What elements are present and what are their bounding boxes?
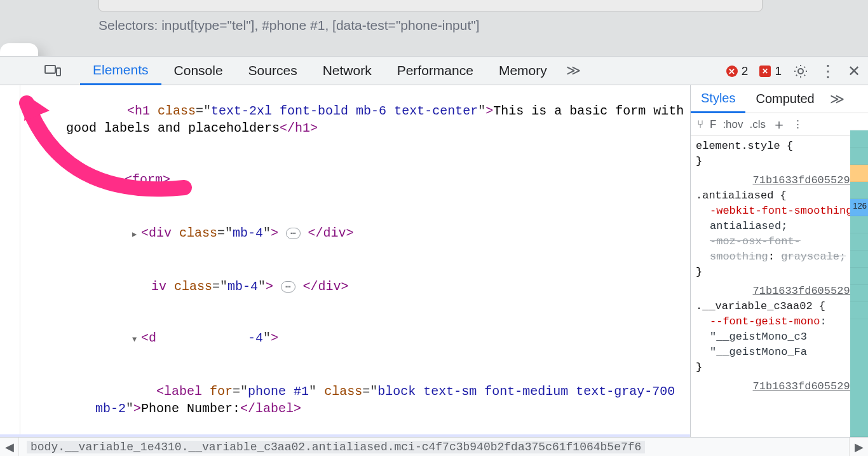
dom-node-form[interactable]: <form> [0, 154, 690, 207]
filter-input[interactable]: F [710, 118, 716, 131]
error-number: 2 [742, 64, 749, 78]
dom-node-div-collapsed-2[interactable]: iv class="mb-4"> ⋯ </div> [0, 261, 690, 312]
dom-node-h1[interactable]: <h1 class="text-2xl font-bold mb-6 text-… [0, 85, 690, 154]
dom-node-label[interactable]: <label for="phone #1" class="block text-… [0, 366, 690, 434]
more-tabs-icon[interactable]: ≫ [830, 91, 844, 107]
label-text: Phone Number: [141, 401, 240, 416]
tab-memory[interactable]: Memory [486, 56, 560, 85]
devtools-panel-tabs: Elements Console Sources Network Perform… [80, 56, 587, 85]
close-devtools-icon[interactable]: ✕ [848, 62, 860, 80]
dom-breadcrumb-bar: ◀ body.__variable_1e4310.__variable_c3aa… [0, 437, 868, 456]
more-icon[interactable]: ⋮ [792, 118, 803, 131]
selectors-hint-text: Selectors: input[type="tel"], #phone #1,… [98, 18, 480, 33]
svg-rect-2 [57, 68, 60, 76]
tab-network[interactable]: Network [310, 56, 384, 85]
console-issues-count[interactable]: ✕ 1 [759, 64, 782, 78]
ellipsis-icon[interactable]: ⋯ [281, 281, 295, 293]
page-preview: Selectors: input[type="tel"], #phone #1,… [0, 0, 868, 51]
gear-icon[interactable] [793, 64, 808, 79]
rule-selector[interactable]: .antialiased { [696, 188, 863, 204]
stylesheet-link[interactable]: 71b1633fd605529a… [696, 284, 863, 299]
device-toggle-icon[interactable] [44, 64, 61, 78]
error-icon: ✕ [726, 66, 738, 77]
kebab-menu-icon[interactable]: ⋮ [820, 62, 836, 81]
phone-input-outline [98, 0, 763, 11]
side-tab-styles[interactable]: Styles [691, 85, 745, 113]
stylesheet-link[interactable]: 71b1633fd605529a… [696, 379, 863, 394]
breadcrumb-path[interactable]: body.__variable_1e4310.__variable_c3aa02… [27, 441, 645, 453]
dom-node-div-expanded[interactable]: <div class="mb-4"> [0, 312, 690, 366]
coverage-strip: 126 [850, 113, 868, 437]
rule-selector[interactable]: .__variable_c3aa02 { [696, 299, 863, 314]
devtools-toolbar: Elements Console Sources Network Perform… [0, 56, 868, 85]
crumb-prev-icon[interactable]: ◀ [0, 438, 19, 456]
issue-icon: ✕ [759, 66, 771, 77]
expand-toggle-icon[interactable] [132, 331, 141, 349]
filter-icon[interactable]: ⑂ [697, 118, 703, 131]
new-rule-button[interactable]: ＋ [772, 115, 786, 134]
crumb-next-icon[interactable]: ▶ [849, 438, 868, 456]
issue-number: 1 [775, 64, 782, 78]
expand-toggle-icon[interactable] [116, 172, 125, 190]
tab-sources[interactable]: Sources [236, 56, 310, 85]
expand-toggle-icon[interactable] [132, 226, 141, 244]
tab-console[interactable]: Console [161, 56, 236, 85]
ellipsis-icon[interactable]: ⋯ [286, 228, 300, 239]
styles-panel: Styles Computed ≫ ⑂ F :hov .cls ＋ ⋮ elem… [690, 85, 868, 437]
css-rules-list[interactable]: element.style { } 71b1633fd605529a… .ant… [691, 136, 868, 437]
hov-toggle[interactable]: :hov [722, 118, 743, 131]
tab-performance[interactable]: Performance [384, 56, 486, 85]
elements-dom-tree[interactable]: <h1 class="text-2xl font-bold mb-6 text-… [0, 85, 690, 437]
coverage-count: 126 [853, 201, 867, 211]
svg-rect-1 [45, 66, 55, 73]
styles-filter-bar: ⑂ F :hov .cls ＋ ⋮ [691, 113, 868, 136]
stylesheet-link[interactable]: 71b1633fd605529a… [696, 173, 863, 188]
console-errors-count[interactable]: ✕ 2 [726, 64, 749, 78]
more-tabs-icon[interactable]: ≫ [560, 56, 587, 85]
side-tab-computed[interactable]: Computed [745, 85, 824, 113]
rule-selector[interactable]: element.style { [696, 139, 863, 154]
dom-node-div-collapsed-1[interactable]: <div class="mb-4"> ⋯ </div> [0, 207, 690, 261]
cls-toggle[interactable]: .cls [750, 118, 766, 131]
tab-elements[interactable]: Elements [80, 56, 161, 85]
